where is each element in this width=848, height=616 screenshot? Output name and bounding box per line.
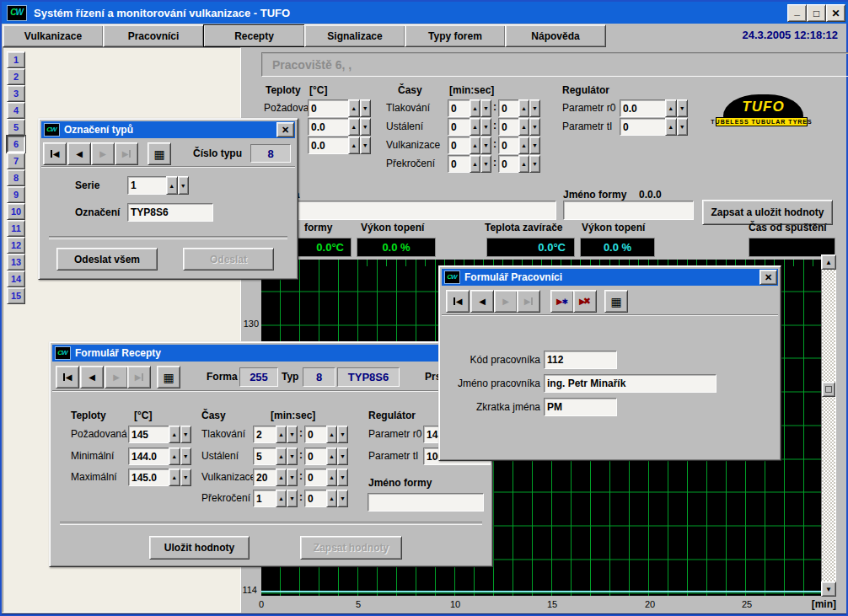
- nav-first-record-icon[interactable]: ◀: [56, 366, 79, 388]
- recepty-prekroceni-sec-field[interactable]: 0: [304, 490, 329, 507]
- recepty-vulkanizace-sec-field[interactable]: 0: [304, 469, 329, 486]
- nav-first-record-icon[interactable]: ◀: [446, 290, 470, 313]
- odeslat-button-disabled[interactable]: Odeslat: [183, 248, 274, 271]
- sidebar-item-10[interactable]: 10: [7, 203, 25, 220]
- regulator-row1-spinner[interactable]: [665, 99, 688, 117]
- recepty-minimalni-spinner[interactable]: [169, 447, 191, 465]
- zkratka-jmena-field[interactable]: PM: [544, 398, 617, 416]
- table-view-icon[interactable]: ▦: [148, 142, 171, 165]
- recepty-jmeno-formy-field[interactable]: [368, 493, 484, 512]
- oznaceni-field[interactable]: TYP8S6: [127, 203, 213, 222]
- regulator-row2-field[interactable]: 0: [620, 118, 668, 136]
- recepty-tlakovani-sec-spinner[interactable]: [326, 426, 348, 443]
- regulator-row1-field[interactable]: 0.0: [620, 99, 668, 117]
- sidebar-item-13[interactable]: 13: [7, 254, 25, 271]
- scrollbar-thumb[interactable]: [822, 382, 835, 397]
- teploty-row1-field[interactable]: 0: [308, 99, 351, 117]
- recepty-minimalni-field[interactable]: 144.0: [128, 447, 171, 465]
- recepty-vulkanizace-min-spinner[interactable]: [276, 469, 298, 486]
- scrollbar-up-arrow-icon[interactable]: ▲: [821, 254, 836, 270]
- ulozit-hodnoty-button[interactable]: Uložit hodnoty: [149, 536, 250, 560]
- recepty-parametr-ti-label: Parametr tI: [368, 450, 418, 462]
- sidebar-item-6-active[interactable]: 6: [7, 136, 25, 153]
- zapsat-hodnoty-button-disabled[interactable]: Zapsat hodnoty: [300, 536, 402, 560]
- recepty-maximalni-field[interactable]: 145.0: [128, 469, 171, 486]
- oznaceni-titlebar[interactable]: CW Označení typů ✕: [41, 121, 295, 138]
- recepty-pozadovana-field[interactable]: 145: [128, 426, 171, 443]
- recepty-titlebar[interactable]: CW Formulář Recepty: [52, 345, 490, 362]
- recepty-prekroceni-sec-spinner[interactable]: [326, 490, 348, 507]
- nav-next-record-icon-disabled[interactable]: ▶: [494, 290, 518, 313]
- sidebar-item-3[interactable]: 3: [7, 85, 25, 102]
- nav-last-record-icon-disabled[interactable]: ▶: [115, 142, 138, 165]
- recepty-ustaleni-sec-field[interactable]: 0: [304, 447, 329, 465]
- casy-row2-min-spinner[interactable]: [470, 118, 491, 136]
- pracovnici-titlebar[interactable]: CW Formulář Pracovníci ✕: [442, 269, 778, 286]
- table-view-icon[interactable]: ▦: [157, 366, 180, 388]
- sidebar-item-9[interactable]: 9: [7, 186, 25, 203]
- jmeno-pracovnika-field[interactable]: ing. Petr Minařík: [544, 374, 717, 393]
- teploty-row2-spinner[interactable]: [348, 118, 371, 136]
- menu-item-signalizace[interactable]: Signalizace: [304, 24, 405, 47]
- casy-row2-sec-spinner[interactable]: [518, 118, 540, 136]
- nav-prev-record-icon[interactable]: ◀: [80, 366, 104, 388]
- pracovnici-close-icon[interactable]: ✕: [759, 270, 777, 285]
- teploty-row3-field[interactable]: 0.0: [308, 137, 351, 154]
- teploty-row1-spinner[interactable]: [348, 99, 371, 117]
- odeslat-vsem-button[interactable]: Odeslat všem: [56, 248, 158, 271]
- delete-record-icon[interactable]: ▶✖: [573, 290, 597, 313]
- note-field[interactable]: [291, 201, 556, 220]
- casy-row3-sec-spinner[interactable]: [518, 137, 540, 154]
- nav-next-record-icon-disabled[interactable]: ▶: [91, 142, 115, 165]
- recepty-vulkanizace-sec-spinner[interactable]: [326, 469, 348, 486]
- sidebar-item-7[interactable]: 7: [7, 153, 25, 169]
- recepty-maximalni-spinner[interactable]: [169, 469, 191, 486]
- sidebar-item-15[interactable]: 15: [7, 287, 25, 304]
- menu-item-pracovnici[interactable]: Pracovníci: [103, 24, 204, 47]
- nav-last-record-icon-disabled[interactable]: ▶: [127, 366, 151, 388]
- serie-field[interactable]: 1: [127, 176, 169, 195]
- casy-row4-sec-spinner[interactable]: [518, 155, 540, 173]
- menu-item-typy-forem[interactable]: Typy forem: [405, 24, 506, 47]
- jmeno-formy-field[interactable]: [563, 201, 694, 220]
- chart-scrollbar[interactable]: [821, 254, 836, 595]
- sidebar-item-12[interactable]: 12: [7, 237, 25, 254]
- scrollbar-down-arrow-icon[interactable]: ▼: [821, 581, 836, 597]
- sidebar-item-1[interactable]: 1: [7, 51, 25, 68]
- sidebar-item-8[interactable]: 8: [7, 169, 25, 186]
- sidebar-item-4[interactable]: 4: [7, 102, 25, 119]
- sidebar-item-5[interactable]: 5: [7, 119, 25, 136]
- menu-item-recepty-active[interactable]: Recepty: [203, 24, 305, 47]
- recepty-tlakovani-min-spinner[interactable]: [276, 426, 298, 443]
- regulator-row2-spinner[interactable]: [665, 118, 688, 136]
- oznaceni-close-icon[interactable]: ✕: [276, 122, 294, 137]
- sidebar-item-14[interactable]: 14: [7, 271, 25, 287]
- insert-record-icon[interactable]: ▶✱: [550, 290, 574, 313]
- sidebar-item-11[interactable]: 11: [7, 220, 25, 237]
- nav-last-record-icon-disabled[interactable]: ▶: [517, 290, 540, 313]
- menu-item-vulkanizace[interactable]: Vulkanizace: [3, 24, 104, 47]
- recepty-tlakovani-sec-field[interactable]: 0: [304, 426, 329, 443]
- close-button[interactable]: ✕: [826, 4, 845, 22]
- nav-first-record-icon[interactable]: ◀: [43, 142, 67, 165]
- casy-row1-sec-spinner[interactable]: [518, 99, 540, 117]
- recepty-pozadovana-spinner[interactable]: [169, 426, 191, 443]
- sidebar-item-2[interactable]: 2: [7, 68, 25, 85]
- recepty-ustaleni-min-spinner[interactable]: [276, 447, 298, 465]
- table-view-icon[interactable]: ▦: [604, 290, 628, 313]
- teploty-row2-field[interactable]: 0.0: [308, 118, 351, 136]
- teploty-row3-spinner[interactable]: [348, 137, 371, 154]
- casy-row3-min-spinner[interactable]: [470, 137, 491, 154]
- casy-row1-min-spinner[interactable]: [470, 99, 491, 117]
- casy-row4-min-spinner[interactable]: [470, 155, 491, 173]
- minimize-button[interactable]: _: [787, 4, 807, 22]
- serie-spinner[interactable]: [166, 176, 189, 195]
- nav-prev-record-icon[interactable]: ◀: [67, 142, 91, 165]
- nav-next-record-icon-disabled[interactable]: ▶: [105, 366, 128, 388]
- recepty-prekroceni-min-spinner[interactable]: [276, 490, 298, 507]
- menu-item-napoveda[interactable]: Nápověda: [505, 24, 606, 47]
- kod-pracovnika-field[interactable]: 112: [544, 351, 617, 369]
- nav-prev-record-icon[interactable]: ◀: [470, 290, 494, 313]
- recepty-ustaleni-sec-spinner[interactable]: [326, 447, 348, 465]
- maximize-button[interactable]: □: [807, 4, 826, 22]
